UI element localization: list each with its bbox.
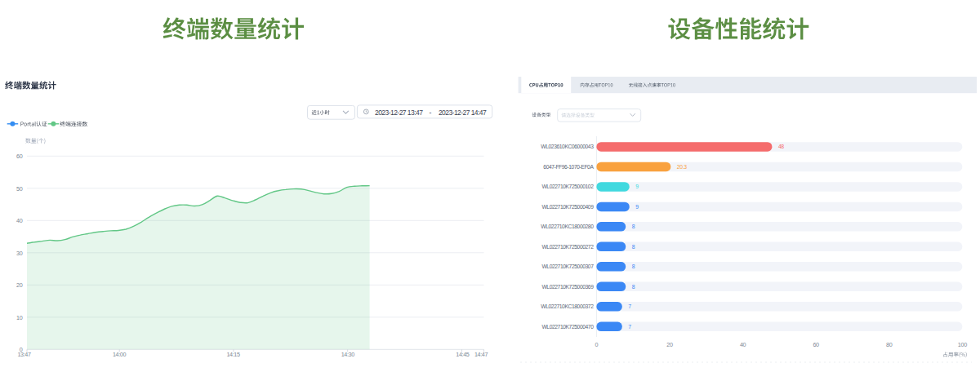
- svg-text:10: 10: [16, 314, 23, 321]
- svg-text:20: 20: [666, 341, 673, 348]
- svg-text:8: 8: [632, 244, 635, 250]
- svg-text:20: 20: [16, 281, 23, 289]
- svg-text:2023-12-27 13:47: 2023-12-27 13:47: [375, 108, 423, 117]
- svg-text:50: 50: [16, 185, 23, 193]
- svg-text:WL022710KC18000280: WL022710KC18000280: [541, 224, 594, 229]
- svg-text:WL022710K725000470: WL022710K725000470: [541, 324, 594, 330]
- svg-text:40: 40: [740, 341, 746, 348]
- svg-text:60: 60: [16, 153, 23, 160]
- svg-text:20.3: 20.3: [677, 164, 688, 170]
- svg-text:13:47: 13:47: [17, 351, 31, 358]
- svg-text:14:15: 14:15: [226, 351, 240, 358]
- svg-text:48: 48: [778, 144, 784, 149]
- svg-text:14:45: 14:45: [456, 351, 470, 358]
- svg-text:2023-12-27 14:47: 2023-12-27 14:47: [439, 108, 487, 117]
- svg-text:14:00: 14:00: [113, 351, 127, 358]
- svg-text:9: 9: [635, 184, 639, 189]
- svg-text:WL022710K725000307: WL022710K725000307: [541, 264, 594, 269]
- svg-text:100: 100: [958, 341, 967, 348]
- svg-text:7: 7: [628, 303, 631, 309]
- svg-text:14:30: 14:30: [341, 351, 355, 358]
- svg-text:WL022710K725000409: WL022710K725000409: [541, 204, 594, 210]
- svg-text:14:47: 14:47: [474, 351, 488, 358]
- svg-text:60: 60: [813, 341, 819, 348]
- svg-text:WL022710K725000369: WL022710K725000369: [541, 284, 594, 290]
- svg-text:7: 7: [628, 324, 631, 330]
- svg-text:8: 8: [632, 284, 635, 290]
- svg-text:8: 8: [632, 264, 635, 269]
- svg-text:WL022710KC18000372: WL022710KC18000372: [541, 303, 594, 309]
- svg-text:80: 80: [886, 341, 893, 348]
- svg-text:0: 0: [595, 341, 599, 348]
- svg-text:WL022710K725000272: WL022710K725000272: [541, 244, 594, 250]
- svg-text:8: 8: [632, 224, 635, 229]
- svg-text:6047-FF96-1070-EF0A: 6047-FF96-1070-EF0A: [543, 164, 594, 170]
- svg-text:9: 9: [635, 204, 639, 210]
- svg-text:WL023610KC06000043: WL023610KC06000043: [541, 144, 594, 149]
- svg-text:30: 30: [16, 250, 23, 257]
- svg-text:WL022710K725000102: WL022710K725000102: [541, 184, 594, 189]
- svg-text:40: 40: [16, 217, 23, 224]
